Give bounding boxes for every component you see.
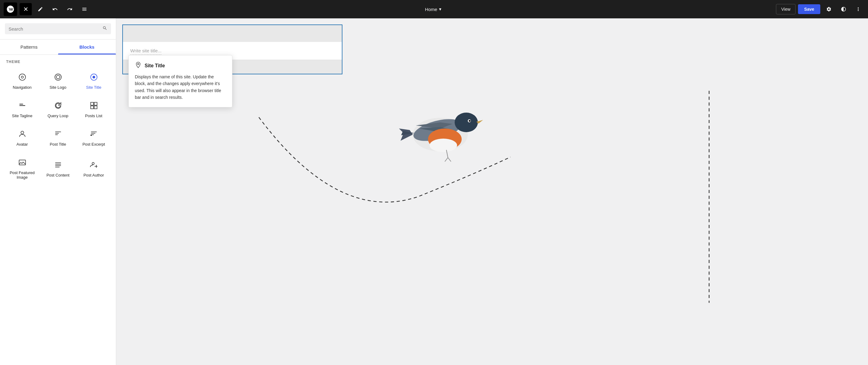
search-input[interactable] bbox=[8, 26, 102, 31]
theme-section-label: THEME bbox=[5, 60, 111, 64]
block-item-post-content[interactable]: Post Content bbox=[41, 153, 75, 185]
site-title-icon bbox=[90, 73, 98, 83]
post-excerpt-icon: " bbox=[90, 130, 98, 140]
site-title-placeholder: Write site title... bbox=[130, 48, 161, 55]
svg-rect-10 bbox=[91, 106, 93, 109]
list-view-button[interactable] bbox=[78, 3, 91, 15]
post-title-label: Post Title bbox=[50, 142, 66, 146]
block-item-site-title[interactable]: Site Title bbox=[76, 67, 111, 95]
search-input-wrap[interactable] bbox=[5, 23, 111, 34]
site-logo-icon bbox=[54, 73, 62, 83]
avatar-label: Avatar bbox=[17, 142, 28, 146]
page-title-button[interactable]: Home ▾ bbox=[421, 4, 445, 15]
search-icon-button[interactable] bbox=[102, 26, 107, 32]
svg-point-3 bbox=[56, 75, 60, 79]
site-tagline-label: Site Tagline bbox=[12, 113, 32, 118]
tooltip-title: Site Title bbox=[145, 63, 165, 68]
redo-button[interactable] bbox=[64, 3, 76, 15]
chevron-down-icon: ▾ bbox=[439, 6, 441, 12]
block-item-post-featured-image[interactable]: Post Featured Image bbox=[5, 153, 39, 185]
more-options-button[interactable] bbox=[852, 3, 864, 15]
bird-illustration bbox=[379, 86, 501, 177]
post-author-icon bbox=[90, 161, 98, 170]
tooltip-header: Site Title bbox=[135, 61, 226, 70]
sidebar-tabs: Patterns Blocks bbox=[0, 39, 116, 55]
post-excerpt-label: Post Excerpt bbox=[83, 142, 105, 146]
post-featured-image-label: Post Featured Image bbox=[8, 170, 37, 179]
topbar-center: Home ▾ bbox=[93, 4, 774, 15]
tooltip-location-icon bbox=[135, 61, 142, 70]
block-item-avatar[interactable]: Avatar bbox=[5, 124, 39, 152]
post-featured-image-icon bbox=[18, 158, 27, 168]
navigation-label: Navigation bbox=[13, 85, 31, 90]
blocks-content: THEME Navigation Site Logo bbox=[0, 55, 116, 365]
svg-point-30 bbox=[469, 120, 470, 122]
svg-rect-8 bbox=[91, 103, 93, 105]
svg-point-1 bbox=[21, 76, 23, 78]
block-item-posts-list[interactable]: Posts List bbox=[76, 96, 111, 123]
posts-list-icon bbox=[90, 101, 98, 111]
block-item-query-loop[interactable]: Query Loop bbox=[41, 96, 75, 123]
posts-list-label: Posts List bbox=[85, 113, 102, 118]
blocks-grid: Navigation Site Logo Site Title bbox=[5, 67, 111, 185]
svg-point-0 bbox=[19, 74, 25, 81]
query-loop-icon bbox=[54, 101, 62, 111]
avatar-icon bbox=[18, 130, 27, 140]
svg-point-28 bbox=[430, 139, 457, 152]
block-item-post-author[interactable]: Post Author bbox=[76, 153, 111, 185]
sidebar-search bbox=[0, 18, 116, 39]
site-tagline-icon bbox=[18, 101, 27, 111]
topbar: ✕ Home ▾ View Save bbox=[0, 0, 868, 18]
save-button[interactable]: Save bbox=[798, 4, 820, 14]
query-loop-label: Query Loop bbox=[48, 113, 68, 118]
svg-point-12 bbox=[21, 131, 24, 134]
post-author-label: Post Author bbox=[84, 173, 104, 177]
svg-point-22 bbox=[92, 162, 94, 164]
svg-point-2 bbox=[55, 74, 61, 81]
settings-button[interactable] bbox=[823, 3, 835, 15]
page-title-text: Home bbox=[425, 7, 437, 12]
block-item-site-tagline[interactable]: Site Tagline bbox=[5, 96, 39, 123]
canvas-area: Write site title... Site Title Displays … bbox=[116, 18, 868, 365]
block-item-site-logo[interactable]: Site Logo bbox=[41, 67, 75, 95]
sidebar: Patterns Blocks THEME Navigation bbox=[0, 18, 116, 365]
tab-blocks[interactable]: Blocks bbox=[58, 39, 116, 54]
navigation-icon bbox=[18, 73, 27, 83]
svg-line-32 bbox=[445, 158, 448, 162]
svg-rect-11 bbox=[94, 106, 97, 109]
close-button[interactable]: ✕ bbox=[20, 3, 32, 15]
post-title-icon bbox=[54, 130, 62, 140]
dashed-path-decoration bbox=[232, 37, 868, 365]
block-item-post-excerpt[interactable]: " Post Excerpt bbox=[76, 124, 111, 152]
site-logo-label: Site Logo bbox=[50, 85, 66, 90]
wp-logo bbox=[4, 2, 17, 16]
site-title-label: Site Title bbox=[86, 85, 101, 90]
svg-line-33 bbox=[448, 158, 451, 162]
topbar-right: View Save bbox=[776, 3, 864, 15]
tooltip-popup: Site Title Displays the name of this sit… bbox=[128, 55, 232, 107]
block-item-post-title[interactable]: Post Title bbox=[41, 124, 75, 152]
block-item-navigation[interactable]: Navigation bbox=[5, 67, 39, 95]
undo-button[interactable] bbox=[49, 3, 61, 15]
edit-icon-button[interactable] bbox=[34, 3, 46, 15]
svg-rect-17 bbox=[19, 160, 25, 165]
main-layout: Patterns Blocks THEME Navigation bbox=[0, 18, 868, 365]
svg-point-26 bbox=[455, 113, 478, 132]
tab-patterns[interactable]: Patterns bbox=[0, 39, 58, 54]
post-content-icon bbox=[54, 161, 62, 170]
view-button[interactable]: View bbox=[776, 4, 796, 15]
contrast-button[interactable] bbox=[837, 3, 850, 15]
svg-text:": " bbox=[91, 134, 91, 137]
svg-point-5 bbox=[93, 76, 95, 78]
post-content-label: Post Content bbox=[46, 173, 69, 177]
svg-rect-9 bbox=[94, 103, 97, 105]
tooltip-description: Displays the name of this site. Update t… bbox=[135, 74, 226, 101]
